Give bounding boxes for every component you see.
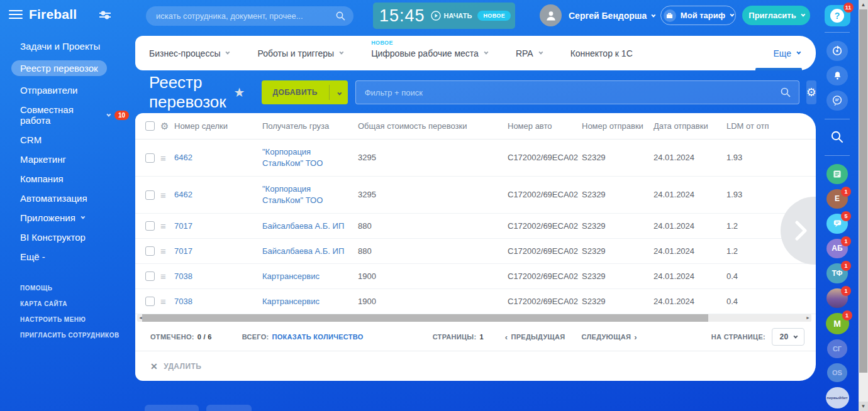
my-tariff-button[interactable]: Мой тариф	[660, 6, 736, 25]
delete-action[interactable]: ✕ УДАЛИТЬ	[135, 351, 816, 381]
previous-page-link[interactable]: ПРЕДЫДУЩАЯ	[511, 333, 565, 341]
sidebar-link-configure-menu[interactable]: НАСТРОИТЬ МЕНЮ	[0, 312, 135, 327]
show-count-link[interactable]: ПОКАЗАТЬ КОЛИЧЕСТВО	[272, 333, 364, 341]
row-checkbox[interactable]	[145, 190, 155, 200]
search-button[interactable]	[826, 128, 848, 147]
sidebar-item-company[interactable]: Компания	[0, 169, 135, 189]
updates-icon-button[interactable]	[826, 41, 848, 60]
avatar-e[interactable]: E 1	[826, 189, 848, 209]
cell-receiver[interactable]: Байсалбаева А.Б. ИП	[262, 221, 358, 232]
vertical-scrollbar-thumb[interactable]	[859, 9, 867, 373]
sidebar-link-sitemap[interactable]: КАРТА САЙТА	[0, 296, 135, 312]
table-row[interactable]: ≡ 7017 Байсалбаева А.Б. ИП 880 C172002/6…	[135, 214, 816, 239]
row-menu-icon[interactable]: ≡	[160, 153, 165, 163]
row-checkbox[interactable]	[145, 271, 155, 281]
avatar-bit-logo[interactable]: первыйбит	[826, 387, 849, 408]
sidebar-item-crm[interactable]: CRM	[0, 130, 135, 150]
cell-receiver[interactable]: Байсалбаева А.Б. ИП	[262, 246, 358, 257]
grid-settings-button[interactable]: ⚙	[806, 80, 816, 104]
work-timer[interactable]: 15:45 НАЧАТЬ НОВОЕ	[373, 3, 515, 29]
next-page-chevron[interactable]: ›	[634, 332, 637, 342]
column-header-date[interactable]: Дата отправки	[654, 121, 726, 132]
row-menu-icon[interactable]: ≡	[160, 221, 165, 231]
scroll-up-arrow[interactable]: ▲	[859, 0, 868, 9]
tune-icon[interactable]	[99, 11, 111, 22]
sidebar-item-collaboration[interactable]: Совместная работа 10	[0, 100, 135, 130]
vertical-scrollbar[interactable]: ▲ ▼	[859, 0, 868, 411]
search-icon[interactable]	[781, 87, 791, 100]
row-menu-icon[interactable]: ≡	[160, 271, 165, 282]
ghost-button[interactable]	[145, 405, 199, 411]
cell-deal-number[interactable]: 7017	[174, 246, 262, 257]
previous-page-chevron[interactable]: ‹	[505, 332, 508, 342]
column-header-shipment[interactable]: Номер отправки	[582, 121, 654, 132]
sidebar-item-transport-registry[interactable]: Реестр перевозок	[0, 56, 135, 80]
tab-more[interactable]: Еще	[774, 48, 800, 58]
cell-receiver[interactable]: Картрансервис	[262, 296, 358, 307]
select-all-checkbox[interactable]	[145, 121, 155, 131]
search-icon[interactable]	[336, 11, 345, 23]
row-checkbox[interactable]	[145, 246, 155, 256]
tab-digital-workplaces[interactable]: НОВОЕ Цифровые рабочие места	[371, 48, 487, 58]
table-row[interactable]: ≡ 7017 Байсалбаева А.Б. ИП 880 C172002/6…	[135, 239, 816, 264]
cell-receiver[interactable]: Картрансервис	[262, 271, 358, 282]
sidebar-item-senders[interactable]: Отправители	[0, 80, 135, 100]
sidebar-item-more[interactable]: Ещё -	[0, 247, 135, 266]
horizontal-scrollbar[interactable]: ◄ ►	[137, 314, 811, 322]
row-checkbox[interactable]	[145, 221, 155, 231]
cell-deal-number[interactable]: 6462	[174, 189, 262, 200]
user-avatar[interactable]	[540, 4, 562, 26]
sidebar-item-automation[interactable]: Автоматизация	[0, 189, 135, 208]
table-row[interactable]: ≡ 6462 "Корпорация СтальКом" ТОО 3295 C1…	[135, 177, 816, 214]
tab-1c-connector[interactable]: Коннектор к 1С	[570, 48, 633, 58]
cell-receiver[interactable]: "Корпорация СтальКом" ТОО	[262, 184, 350, 206]
next-page-link[interactable]: СЛЕДУЮЩАЯ	[582, 333, 632, 341]
column-header-ldm[interactable]: LDM от отп	[726, 121, 816, 132]
row-checkbox[interactable]	[145, 297, 155, 306]
sidebar-item-marketing[interactable]: Маркетинг	[0, 150, 135, 169]
sidebar-item-apps[interactable]: Приложения	[0, 208, 135, 227]
avatar-ab[interactable]: АБ 1	[826, 239, 848, 258]
ghost-button[interactable]	[206, 405, 252, 411]
column-header-receiver[interactable]: Получатель груза	[262, 121, 358, 132]
horizontal-scrollbar-thumb[interactable]	[142, 314, 708, 322]
avatar-m[interactable]: М 1	[826, 313, 849, 334]
user-menu[interactable]: Сергей Бендорша	[569, 11, 654, 21]
avatar-photo[interactable]: 1	[826, 288, 848, 308]
cell-deal-number[interactable]: 6462	[174, 152, 262, 163]
notifications-bell-button[interactable]	[826, 66, 848, 85]
scroll-right-arrow[interactable]: ►	[806, 315, 810, 320]
tab-robots-triggers[interactable]: Роботы и триггеры	[257, 48, 342, 58]
columns-gear-icon[interactable]: ⚙	[160, 121, 169, 132]
messenger-button[interactable]: 5	[826, 214, 848, 233]
tab-rpa[interactable]: RPA	[516, 48, 542, 58]
table-row[interactable]: ≡ 6462 "Корпорация СтальКом" ТОО 3295 C1…	[135, 140, 816, 177]
invite-button[interactable]: Пригласить	[742, 6, 810, 25]
table-row[interactable]: ≡ 7038 Картрансервис 1900 C172002/69ECA0…	[135, 264, 816, 289]
hamburger-menu-icon[interactable]	[9, 10, 23, 20]
sidebar-link-help[interactable]: ПОМОЩЬ	[0, 280, 135, 296]
sidebar-item-bi-constructor[interactable]: BI Конструктор	[0, 227, 135, 247]
add-button[interactable]: ДОБАВИТЬ	[262, 80, 348, 104]
avatar-tf[interactable]: ТФ 1	[826, 263, 848, 283]
add-button-dropdown[interactable]	[330, 87, 348, 98]
column-header-car[interactable]: Номер авто	[508, 121, 582, 132]
newsfeed-button[interactable]	[826, 164, 848, 184]
per-page-select[interactable]: 20	[772, 328, 804, 346]
scroll-down-arrow[interactable]: ▼	[859, 402, 868, 411]
cell-deal-number[interactable]: 7017	[174, 221, 262, 232]
favorite-star-icon[interactable]: ★	[234, 85, 245, 100]
filter-search-input[interactable]	[355, 80, 799, 104]
cell-deal-number[interactable]: 7038	[174, 271, 262, 282]
sidebar-item-tasks[interactable]: Задачи и Проекты	[0, 36, 135, 56]
help-button[interactable]: ? 11	[825, 5, 850, 26]
sidebar-link-invite-employees[interactable]: ПРИГЛАСИТЬ СОТРУДНИКОВ	[0, 327, 135, 343]
table-row[interactable]: ≡ 7038 Картрансервис 1900 C172002/69ECA0…	[135, 289, 816, 314]
cell-receiver[interactable]: "Корпорация СтальКом" ТОО	[262, 146, 350, 168]
row-menu-icon[interactable]: ≡	[160, 246, 165, 256]
row-menu-icon[interactable]: ≡	[160, 296, 165, 307]
global-search-input[interactable]	[146, 6, 353, 26]
row-checkbox[interactable]	[145, 153, 155, 163]
row-menu-icon[interactable]: ≡	[160, 190, 165, 200]
timer-start-button[interactable]: НАЧАТЬ	[431, 11, 472, 21]
